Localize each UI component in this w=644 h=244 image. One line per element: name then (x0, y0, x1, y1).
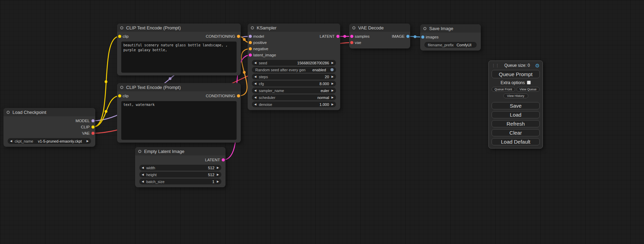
queue-prompt-button[interactable]: Queue Prompt (492, 70, 540, 78)
widget-sampler-name[interactable]: ◀ sampler_name euler ▶ (252, 88, 336, 93)
widget-label: cfg (259, 82, 264, 86)
widget-ckpt-name[interactable]: ◀ ckpt_name v1-5-pruned-emaonly.ckpt ▶ (8, 138, 91, 144)
collapse-dot-icon[interactable] (120, 86, 123, 89)
node-title-bar[interactable]: KSampler (248, 24, 340, 32)
positive-input-dot[interactable] (249, 41, 252, 44)
extra-options-checkbox[interactable] (527, 81, 531, 84)
node-clip-text-encode-positive[interactable]: CLIP Text Encode (Prompt) clip CONDITION… (117, 24, 241, 75)
slot-label: latent_image (253, 53, 276, 57)
input-slot-positive: positive (248, 39, 340, 46)
node-title-bar[interactable]: Save Image (420, 24, 481, 33)
node-title-bar[interactable]: Load Checkpoint (3, 108, 95, 116)
node-title-bar[interactable]: VAE Decode (349, 24, 410, 32)
collapse-dot-icon[interactable] (7, 111, 10, 114)
increment-arrow-icon[interactable]: ▶ (332, 103, 334, 106)
model-output-dot[interactable] (91, 119, 95, 123)
widget-denoise[interactable]: ◀ denoise 1.000 ▶ (252, 101, 336, 107)
load-default-button[interactable]: Load Default (492, 138, 540, 145)
clear-button[interactable]: Clear (492, 129, 540, 136)
output-slot-vae: VAE (3, 130, 95, 136)
decrement-arrow-icon[interactable]: ◀ (254, 82, 256, 85)
drag-handle-icon[interactable]: ⋮⋮ (492, 64, 499, 67)
node-title-bar[interactable]: CLIP Text Encode (Prompt) (117, 24, 241, 32)
widget-width[interactable]: ◀ width 512 ▶ (139, 165, 221, 171)
slot-label: clip (123, 94, 129, 98)
node-ksampler[interactable]: KSampler model LATENT positive negative … (248, 24, 340, 110)
view-history-button[interactable]: View History (503, 93, 528, 98)
model-input-dot[interactable] (249, 35, 252, 38)
collapse-dot-icon[interactable] (423, 27, 426, 30)
decrement-arrow-icon[interactable]: ◀ (254, 89, 256, 92)
node-vae-decode[interactable]: VAE Decode samples IMAGE vae (349, 24, 410, 48)
increment-arrow-icon[interactable]: ▶ (332, 75, 334, 78)
negative-prompt-textarea[interactable]: text, watermark (121, 101, 237, 140)
increment-arrow-icon[interactable]: ▶ (217, 173, 219, 176)
decrement-arrow-icon[interactable]: ◀ (142, 180, 144, 183)
node-save-image[interactable]: Save Image images filename_prefix ComfyU… (420, 24, 481, 51)
slot-row: clip CONDITIONING (117, 33, 241, 39)
increment-arrow-icon[interactable]: ▶ (217, 166, 219, 169)
widget-batch-size[interactable]: ◀ batch_size 1 ▶ (139, 179, 221, 184)
node-title-bar[interactable]: Empty Latent Image (135, 147, 226, 155)
widget-height[interactable]: ◀ height 512 ▶ (139, 172, 221, 178)
negative-input-dot[interactable] (249, 47, 252, 51)
positive-prompt-textarea[interactable]: beautiful scenery nature glass bottle la… (121, 42, 237, 73)
samples-input-dot[interactable] (350, 35, 353, 38)
widget-filename-prefix[interactable]: filename_prefix ComfyUI (424, 42, 477, 48)
clip-output-dot[interactable] (91, 126, 95, 129)
widget-scheduler[interactable]: ◀ scheduler normal ▶ (252, 94, 336, 100)
vae-input-dot[interactable] (350, 41, 353, 44)
latent-output-dot[interactable] (222, 159, 225, 162)
node-empty-latent-image[interactable]: Empty Latent Image LATENT ◀ width 512 ▶ … (135, 147, 226, 187)
images-input-dot[interactable] (421, 36, 424, 39)
slot-label: MODEL (76, 119, 90, 123)
decrement-arrow-icon[interactable]: ◀ (142, 173, 144, 176)
decrement-arrow-icon[interactable]: ◀ (254, 62, 256, 64)
collapse-dot-icon[interactable] (352, 26, 355, 29)
widget-label: filename_prefix (428, 43, 454, 47)
clip-input-dot[interactable] (118, 35, 121, 38)
increment-arrow-icon[interactable]: ▶ (332, 96, 334, 99)
decrement-arrow-icon[interactable]: ◀ (254, 96, 256, 99)
increment-arrow-icon[interactable]: ▶ (87, 140, 89, 143)
image-output-dot[interactable] (406, 35, 409, 38)
widget-label: seed (259, 61, 267, 65)
widget-value: v1-5-pruned-emaonly.ckpt (38, 139, 82, 143)
increment-arrow-icon[interactable]: ▶ (332, 62, 334, 64)
widget-cfg[interactable]: ◀ cfg 8.000 ▶ (252, 81, 336, 87)
latent-image-input-dot[interactable] (249, 54, 252, 57)
decrement-arrow-icon[interactable]: ◀ (254, 103, 256, 106)
conditioning-output-dot[interactable] (237, 94, 240, 98)
comfyui-canvas[interactable]: { "colors": { "model": "#b39ddb", "clip"… (0, 0, 644, 244)
toggle-dot-icon[interactable] (330, 68, 334, 71)
latent-output-dot[interactable] (336, 35, 339, 38)
decrement-arrow-icon[interactable]: ◀ (10, 140, 12, 143)
refresh-button[interactable]: Refresh (492, 120, 540, 127)
node-title-bar[interactable]: CLIP Text Encode (Prompt) (117, 83, 241, 91)
node-title: CLIP Text Encode (Prompt) (126, 25, 181, 30)
clip-input-dot[interactable] (118, 94, 121, 98)
collapse-dot-icon[interactable] (120, 26, 123, 29)
decrement-arrow-icon[interactable]: ◀ (254, 75, 256, 78)
node-title: KSampler (257, 25, 276, 30)
conditioning-output-dot[interactable] (237, 35, 240, 38)
widget-random-seed-toggle[interactable]: Random seed after every gen enabled (252, 67, 336, 73)
increment-arrow-icon[interactable]: ▶ (332, 82, 334, 85)
widget-seed[interactable]: ◀ seed 156680208700286 ▶ (252, 60, 336, 66)
load-button[interactable]: Load (492, 111, 540, 118)
widget-steps[interactable]: ◀ steps 20 ▶ (252, 74, 336, 80)
collapse-dot-icon[interactable] (251, 26, 254, 29)
view-queue-button[interactable]: View Queue (517, 87, 540, 92)
collapse-dot-icon[interactable] (138, 150, 141, 153)
settings-gear-icon[interactable]: ⚙ (535, 63, 540, 68)
increment-arrow-icon[interactable]: ▶ (332, 89, 334, 92)
vae-output-dot[interactable] (91, 132, 95, 135)
decrement-arrow-icon[interactable]: ◀ (142, 166, 144, 169)
save-button[interactable]: Save (492, 102, 540, 109)
queue-front-button[interactable]: Queue Front (492, 87, 515, 92)
node-clip-text-encode-negative[interactable]: CLIP Text Encode (Prompt) clip CONDITION… (117, 83, 241, 143)
widget-label: height (146, 173, 157, 177)
node-load-checkpoint[interactable]: Load Checkpoint MODEL CLIP VAE ◀ ckpt_na… (3, 108, 95, 147)
increment-arrow-icon[interactable]: ▶ (217, 180, 219, 183)
slot-label: LATENT (320, 34, 335, 38)
